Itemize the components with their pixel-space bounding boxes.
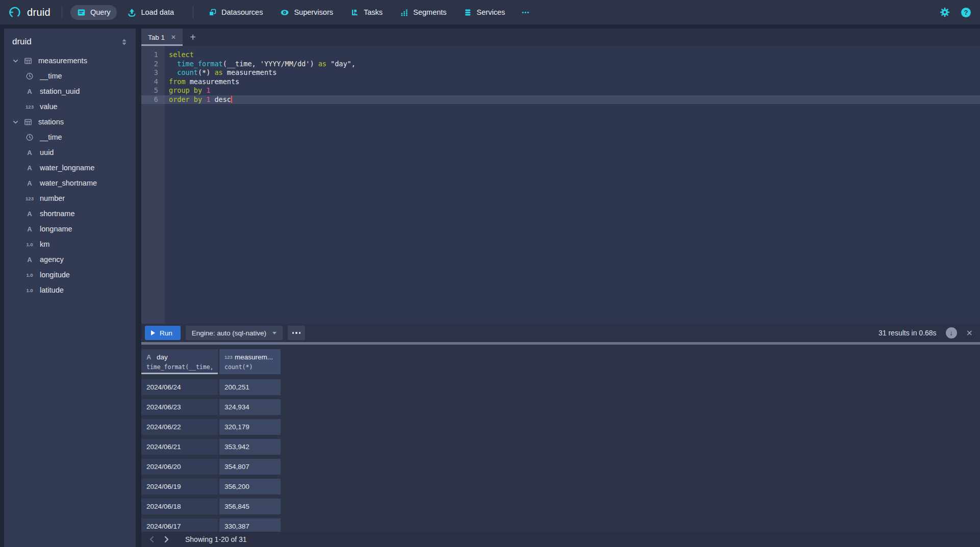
tree-item-value[interactable]: 123value [4,99,136,114]
results-footer: Showing 1-20 of 31 [141,532,980,547]
tree-item-longname[interactable]: Alongname [4,221,136,237]
engine-select-button[interactable]: Engine: auto (sql-native) [186,326,283,340]
table-row: 2024/06/23 324,934 [141,399,980,415]
cell-measurements[interactable]: 320,179 [219,419,281,435]
results-panel: Aday time_format(__time, … 123measurem..… [141,345,980,532]
table-row: 2024/06/18 356,845 [141,499,980,514]
cell-measurements[interactable]: 324,934 [219,399,281,415]
query-more-button[interactable] [288,326,305,340]
cell-day[interactable]: 2024/06/22 [141,419,218,435]
code-line-2[interactable]: 2 time_format(__time, 'YYYY/MM/dd') as "… [141,60,980,69]
tree-item-number[interactable]: 123number [4,191,136,206]
cell-measurements[interactable]: 353,942 [219,439,281,455]
number-type-icon: 123 [24,104,35,110]
cell-measurements[interactable]: 200,251 [219,379,281,395]
prev-page-button[interactable] [144,533,159,546]
tree-item-__time[interactable]: __time [4,68,136,84]
cell-day[interactable]: 2024/06/20 [141,459,218,475]
table-icon [24,118,32,126]
tree-item-agency[interactable]: Aagency [4,252,136,267]
chevron-down-icon [12,58,19,64]
druid-console: druid Query Load data Datasources [0,0,980,547]
tree-item-latitude[interactable]: 1.0latitude [4,282,136,298]
runbar-right: 31 results in 0.68s ↓ ✕ [878,327,973,338]
nav-item-label: Datasources [221,8,263,16]
sidebar-header: druid [4,35,136,53]
nav-item-supervisors[interactable]: Supervisors [273,5,340,20]
cell-day[interactable]: 2024/06/23 [141,399,218,415]
upload-icon [128,8,136,17]
tree-item-stations[interactable]: stations [4,114,136,129]
tree-item-measurements[interactable]: measurements [4,53,136,68]
nav-item-label: Tasks [364,8,383,16]
tree-item-__time[interactable]: __time [4,129,136,145]
column-header-0[interactable]: Aday time_format(__time, … [141,349,218,374]
cell-day[interactable]: 2024/06/21 [141,439,218,455]
brand[interactable]: druid [8,6,51,19]
download-icon[interactable]: ↓ [946,327,957,338]
cell-day[interactable]: 2024/06/19 [141,479,218,494]
cell-day[interactable]: 2024/06/17 [141,518,218,532]
dot [292,332,294,334]
code-line-4[interactable]: 4from measurements [141,77,980,87]
schema-sidebar: druid measurements__timeAstation_uuid123… [4,29,136,547]
close-tab-icon[interactable]: ✕ [171,34,176,41]
tree-item-water_longname[interactable]: Awater_longname [4,160,136,175]
nav-item-query[interactable]: Query [70,5,117,20]
tree-item-water_shortname[interactable]: Awater_shortname [4,175,136,191]
column-header-1[interactable]: 123measurem... count(*) [219,349,281,374]
nav-item-services[interactable]: Services [457,5,512,20]
druid-logo-icon [8,6,22,19]
results-count: 31 results in 0.68s [878,329,937,337]
cell-measurements[interactable]: 356,845 [219,499,281,514]
tree-item-uuid[interactable]: Auuid [4,145,136,160]
table-row: 2024/06/21 353,942 [141,439,980,455]
nav-divider [193,7,193,18]
nav-item-datasources[interactable]: Datasources [202,5,269,20]
tree-item-longitude[interactable]: 1.0longitude [4,267,136,282]
pagination-status: Showing 1-20 of 31 [185,535,247,543]
tab-label: Tab 1 [148,34,165,41]
new-tab-button[interactable]: + [183,29,203,46]
run-button[interactable]: Run [145,326,181,340]
close-results-icon[interactable]: ✕ [966,328,973,338]
tree-item-km[interactable]: 1.0km [4,237,136,252]
cell-day[interactable]: 2024/06/18 [141,499,218,514]
tree-item-station_uuid[interactable]: Astation_uuid [4,84,136,99]
float-type-icon: 1.0 [24,272,35,278]
schema-tree: measurements__timeAstation_uuid123values… [4,53,136,298]
sql-editor[interactable]: 1select2 time_format(__time, 'YYYY/MM/dd… [141,46,980,324]
table-row: 2024/06/24 200,251 [141,379,980,395]
next-page-button[interactable] [160,533,174,546]
nav-item-segments[interactable]: Segments [393,5,453,20]
code-line-6[interactable]: 6order by 1 desc [141,95,980,105]
text-cursor [231,96,232,103]
cell-measurements[interactable]: 354,807 [219,459,281,475]
query-icon [77,8,86,17]
chevron-down-icon [12,119,19,125]
tree-item-shortname[interactable]: Ashortname [4,206,136,221]
cell-measurements[interactable]: 330,387 [219,518,281,532]
double-caret-icon[interactable] [121,38,128,46]
nav-item-tasks[interactable]: Tasks [344,5,389,20]
string-type-icon: A [24,149,35,157]
code-line-1[interactable]: 1select [141,50,980,60]
number-type-icon: 123 [224,354,234,360]
code-line-3[interactable]: 3 count(*) as measurements [141,68,980,77]
gear-icon[interactable] [940,7,950,17]
nav-item-load-data[interactable]: Load data [121,5,181,20]
schema-name: druid [12,37,32,47]
query-pane: Tab 1 ✕ + 1select2 time_format(__time, '… [141,24,980,547]
run-bar: Run Engine: auto (sql-native) 31 results… [141,324,980,342]
code-line-5[interactable]: 5group by 1 [141,86,980,95]
help-icon[interactable]: ? [961,8,971,17]
chevron-left-icon [149,536,154,543]
cell-day[interactable]: 2024/06/24 [141,379,218,395]
cell-measurements[interactable]: 356,200 [219,479,281,494]
ellipsis-icon [521,8,530,17]
string-type-icon: A [24,164,35,172]
nav-more-button[interactable] [516,5,535,20]
string-type-icon: A [146,353,156,361]
tab-tab1[interactable]: Tab 1 ✕ [141,29,183,46]
dot [295,332,297,334]
